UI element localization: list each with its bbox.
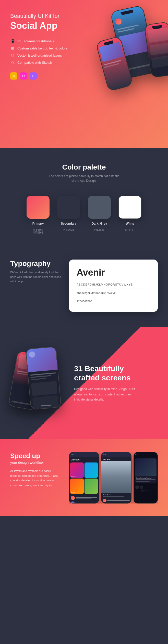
figma-icon: F (30, 72, 37, 80)
hero-text: Beautifully UI Kit for Social App 📱 31+ … (10, 13, 158, 80)
ss-dark-card-1: Cheap Romantic Vacation (135, 458, 157, 483)
ss-portrait-face (101, 461, 131, 493)
ss-dark-line-2 (136, 481, 150, 482)
ss-dark-icon-2 (140, 485, 143, 489)
screens-phone-front (26, 346, 61, 410)
ss-card-1: Marcus (70, 462, 84, 478)
swatch-primary: Primary #F54864#F78361 (27, 196, 50, 234)
swatch-label-white: White (126, 222, 134, 225)
ss-dark-cta: Explore more → (134, 490, 158, 492)
xd-icon: Xd (20, 72, 27, 80)
ss-user-info-2 (76, 503, 97, 504)
feature-text-4: Compatible with Sketch (17, 61, 52, 65)
sp-front-content (30, 372, 59, 409)
ss-foryou-name-bar (107, 500, 129, 501)
typography-description: We've picked clean and trendy font that … (10, 270, 61, 284)
ss-card-4 (85, 479, 98, 494)
swatch-box-primary (27, 196, 50, 219)
ss-grid-1: Marcus Annie (69, 461, 99, 495)
swatch-label-dark-grey: Dark, Grey (92, 222, 107, 225)
swatch-box-dark-grey (88, 196, 111, 219)
ss-user-sub-bar (76, 498, 91, 499)
ss-foryou-user-row (101, 498, 131, 503)
typography-title: Typography (10, 260, 61, 268)
hero-subtitle: Beautifully UI Kit for (10, 13, 158, 19)
feature-text-3: Vector & well organized layers (17, 54, 62, 57)
ss-user-avatar-2 (71, 501, 75, 504)
screens-description: Designed with simplicity in mind, Zingo … (74, 387, 138, 402)
font-name: Avenir (77, 267, 150, 278)
hero-section: Beautifully UI Kit for Social App 📱 31+ … (0, 0, 168, 148)
feature-item-3: ⬡ Vector & well organized layers (10, 53, 158, 58)
sp-fc-card1 (31, 381, 58, 396)
ss-discover-user-row-2 (69, 501, 99, 504)
ss-user-name-bar-2 (76, 503, 97, 504)
screens-screen-front (26, 347, 61, 409)
ss-screen-1: 9:41 Discover Marcus Annie (69, 452, 99, 503)
ss-card-label-3: Annie (71, 492, 75, 493)
ss-dark-img-1 (135, 458, 157, 476)
vector-icon: ⬡ (10, 53, 15, 58)
ss-portrait-img (101, 461, 131, 493)
screens-title: 31 Beautifullycrafted screens (74, 364, 158, 382)
swatch-hex-dark-grey: #4E5866 (94, 228, 104, 231)
feature-item-1: 📱 31+ screens for iPhone X (10, 39, 158, 43)
swatch-dark-grey: Dark, Grey #4E5866 (88, 196, 111, 234)
swatch-hex-primary: #F54864#F78361 (33, 228, 43, 234)
ss-user-info-1 (76, 497, 97, 499)
swatch-secondary: Secondary #FFD428 (57, 196, 80, 234)
font-divider-2 (77, 297, 150, 297)
palette-section: Color palette The colors are picked care… (0, 148, 168, 249)
ss-bar-time-3: 9:41 (135, 454, 138, 456)
feature-text-1: 31+ screens for iPhone X (17, 39, 55, 43)
ss-screen-3: 9:41 Cheap Romantic Vacation Explore mor… (134, 452, 158, 503)
ss-portrait-name: Oxnie Stewart (103, 494, 129, 496)
font-lowercase: abcdefghijklmnopqrstuvwxyz (77, 291, 150, 294)
ss-dark-line-1 (136, 479, 155, 480)
ss-discover-label: Discover (69, 457, 99, 461)
ss-foryou-user (103, 499, 129, 502)
ss-card-label-1: Marcus (71, 475, 75, 477)
sp-fc-line3 (31, 378, 46, 380)
ss-foryou-avatar (103, 499, 106, 502)
ss-bar-time-1: 9:41 (71, 454, 74, 456)
ss-phone-foryou: 9:41 For you Oxnie Stewart (101, 452, 131, 504)
speedup-subtitle: your design workflow (10, 460, 61, 465)
sp-fc-line2 (30, 375, 51, 378)
sp-fc-card2 (32, 395, 59, 409)
swatch-label-primary: Primary (32, 222, 44, 225)
swatch-white: White #FFFFFF (118, 196, 141, 234)
font-numbers: 1234567890 (77, 300, 150, 303)
swatch-box-white (118, 196, 141, 219)
ss-portrait-sub (103, 496, 124, 497)
screens-section: 31 Beautifullycrafted screens Designed w… (0, 327, 168, 439)
sp-fc-line1 (30, 372, 56, 376)
ss-portrait-info: Oxnie Stewart (101, 493, 131, 498)
ss-bar-time-2: 9:41 (103, 454, 106, 456)
sp-hero-img (26, 347, 57, 372)
typography-card: Avenir ABCDEFGHIJKLMNOPQRSTUVWXYZ abcdef… (69, 260, 158, 312)
ss-dark-title-1: Cheap Romantic Vacation (136, 477, 155, 479)
ss-screen-2: 9:41 For you Oxnie Stewart (101, 452, 131, 503)
typography-left: Typography We've picked clean and trendy… (10, 260, 61, 284)
feature-item-2: ⊞ Customizable layout, text & colors (10, 46, 158, 50)
typography-section: Typography We've picked clean and trendy… (0, 249, 168, 327)
font-uppercase: ABCDEFGHIJKLMNOPQRSTUVWXYZ (77, 283, 150, 286)
palette-description: The colors are picked carefully to match… (48, 174, 120, 183)
speedup-title: Speed up (10, 452, 61, 460)
ss-dark-text-1: Cheap Romantic Vacation (135, 476, 157, 483)
swatch-box-secondary (57, 196, 80, 219)
screens-text: 31 Beautifullycrafted screens Designed w… (74, 364, 158, 402)
hero-features-list: 📱 31+ screens for iPhone X ⊞ Customizabl… (10, 39, 158, 65)
speedup-left: Speed up your design workflow All layers… (10, 452, 61, 488)
phone-icon: 📱 (10, 39, 15, 43)
color-swatches: Primary #F54864#F78361 Secondary #FFD428… (10, 196, 158, 234)
hero-title: Social App (10, 20, 158, 31)
ss-user-name-bar (76, 497, 97, 498)
swatch-label-secondary: Secondary (61, 222, 76, 225)
sketch-compat-icon: ◇ (10, 60, 15, 65)
swatch-hex-secondary: #FFD428 (63, 228, 74, 231)
ss-top-bar-1: 9:41 (69, 452, 99, 457)
feature-text-2: Customizable layout, text & colors (17, 46, 67, 50)
swatch-hex-white: #FFFFFF (125, 228, 135, 231)
